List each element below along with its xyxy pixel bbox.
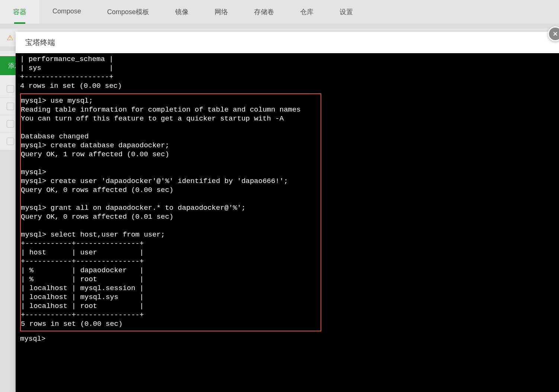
terminal-pre: | performance_schema | | sys | +--------…	[20, 55, 122, 90]
terminal-boxed: mysql> use mysql; Reading table informat…	[21, 97, 301, 328]
close-icon	[552, 30, 559, 37]
terminal-wrap: | performance_schema | | sys | +--------…	[16, 53, 559, 392]
modal-header: 宝塔终端	[16, 32, 559, 53]
modal-title: 宝塔终端	[25, 38, 55, 48]
terminal-output[interactable]: | performance_schema | | sys | +--------…	[16, 53, 559, 392]
terminal-modal: 宝塔终端 | performance_schema | | sys | +---…	[16, 32, 559, 392]
terminal-post: mysql>	[20, 335, 45, 343]
highlighted-commands: mysql> use mysql; Reading table informat…	[20, 93, 321, 331]
